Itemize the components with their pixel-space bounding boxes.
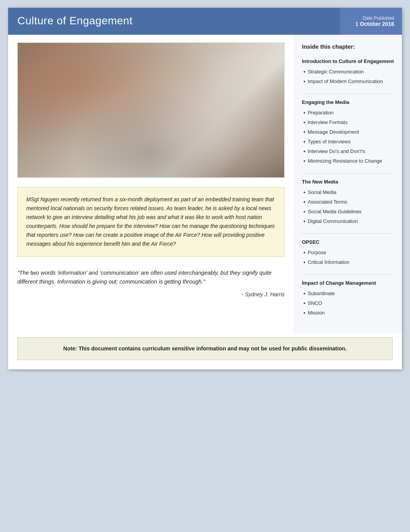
header-date-area: Date Published 1 October 2016 (340, 8, 402, 35)
main-image (17, 42, 285, 178)
page: Culture of Engagement Date Published 1 O… (8, 8, 402, 369)
list-item: Social Media Guidelines (303, 207, 394, 217)
sidebar-list-intro: Strategic Communication Impact of Modern… (303, 67, 394, 87)
list-item: Preparation (303, 108, 394, 118)
quote-text: “The two words ‘information’ and ‘commun… (17, 269, 285, 287)
quote-section: “The two words ‘information’ and ‘commun… (17, 265, 285, 298)
sidebar-section-new-media: The New Media Social Media Associated Te… (302, 179, 394, 226)
list-item: Message Development (303, 127, 394, 137)
sidebar-list-new-media: Social Media Associated Terms Social Med… (303, 188, 394, 226)
list-item: Subordinate (303, 289, 394, 299)
scenario-text: MSgt Nguyen recently returned from a six… (26, 195, 276, 249)
sidebar-section-title-opsec: OPSEC (302, 239, 394, 245)
list-item: Associated Terms (303, 197, 394, 207)
sidebar-section-media: Engaging the Media Preparation Interview… (302, 99, 394, 166)
sidebar-list-media: Preparation Interview Formats Message De… (303, 108, 394, 166)
sidebar-section-intro: Introduction to Culture of Engagement St… (302, 58, 394, 87)
list-item: Minimizing Resistance to Change (303, 156, 394, 166)
sidebar-section-change: Impact of Change Management Subordinate … (302, 280, 394, 318)
sidebar-inside-label: Inside this chapter: (302, 43, 394, 51)
divider (302, 274, 394, 275)
date-label: Date Published (348, 15, 394, 21)
list-item: Purpose (303, 248, 394, 258)
list-item: Social Media (303, 188, 394, 197)
divider (302, 93, 394, 94)
list-item: Mission (303, 308, 394, 318)
sidebar-section-title-media: Engaging the Media (302, 99, 394, 105)
sidebar-section-title-intro: Introduction to Culture of Engagement (302, 58, 394, 64)
page-title: Culture of Engagement (17, 15, 132, 27)
date-value: 1 October 2016 (348, 21, 394, 27)
divider (302, 233, 394, 234)
list-item: Critical Information (303, 258, 394, 267)
sidebar-section-title-change: Impact of Change Management (302, 280, 394, 286)
list-item: Impact of Modern Communication (303, 77, 394, 87)
header-title-area: Culture of Engagement (8, 8, 340, 35)
list-item: Interview Do's and Don't's (303, 147, 394, 156)
sidebar-list-opsec: Purpose Critical Information (303, 248, 394, 267)
left-column: MSgt Nguyen recently returned from a six… (8, 35, 294, 333)
sidebar-section-title-new-media: The New Media (302, 179, 394, 185)
list-item: SNCO (303, 299, 394, 308)
header: Culture of Engagement Date Published 1 O… (8, 8, 402, 35)
divider (302, 173, 394, 173)
sidebar-section-opsec: OPSEC Purpose Critical Information (302, 239, 394, 267)
body-content: MSgt Nguyen recently returned from a six… (8, 35, 402, 333)
list-item: Interview Formats (303, 118, 394, 127)
note-text: Note: This document contains curriculum … (27, 345, 383, 353)
list-item: Strategic Communication (303, 67, 394, 77)
quote-attribution: - Sydney J. Harris (17, 291, 285, 297)
right-sidebar: Inside this chapter: Introduction to Cul… (294, 35, 402, 333)
sidebar-list-change: Subordinate SNCO Mission (303, 289, 394, 318)
note-box: Note: This document contains curriculum … (17, 337, 393, 360)
scenario-box: MSgt Nguyen recently returned from a six… (17, 187, 285, 257)
list-item: Types of Interviews (303, 137, 394, 147)
list-item: Digital Communication (303, 217, 394, 226)
